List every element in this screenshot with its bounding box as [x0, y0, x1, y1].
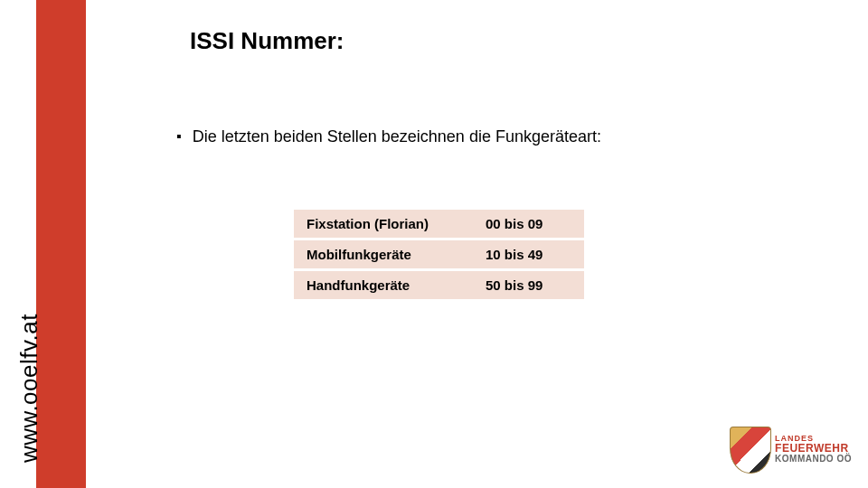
- bullet-text: Die letzten beiden Stellen bezeichnen di…: [193, 127, 601, 146]
- cell-label: Mobilfunkgeräte: [294, 239, 473, 270]
- logo-text: LANDES FEUERWEHR KOMMANDO OÖ: [775, 435, 852, 465]
- slide: www.ooelfv.at ISSI Nummer: ▪ Die letzten…: [0, 0, 868, 488]
- sidebar-url: www.ooelfv.at: [15, 314, 43, 463]
- table-row: Mobilfunkgeräte 10 bis 49: [294, 239, 584, 270]
- bullet-item: ▪ Die letzten beiden Stellen bezeichnen …: [176, 127, 601, 146]
- footer-logo: LANDES FEUERWEHR KOMMANDO OÖ: [730, 427, 852, 472]
- accent-bar: [36, 0, 86, 488]
- logo-line2: FEUERWEHR: [775, 443, 852, 455]
- bullet-icon: ▪: [176, 127, 182, 146]
- cell-label: Fixstation (Florian): [294, 210, 473, 239]
- cell-range: 00 bis 09: [473, 210, 584, 239]
- table-row: Fixstation (Florian) 00 bis 09: [294, 210, 584, 239]
- cell-range: 10 bis 49: [473, 239, 584, 270]
- logo-line3: KOMMANDO OÖ: [775, 455, 852, 465]
- page-title: ISSI Nummer:: [190, 27, 344, 55]
- table-row: Handfunkgeräte 50 bis 99: [294, 270, 584, 301]
- crest-icon: [730, 427, 769, 472]
- device-type-table: Fixstation (Florian) 00 bis 09 Mobilfunk…: [294, 210, 584, 302]
- cell-range: 50 bis 99: [473, 270, 584, 301]
- cell-label: Handfunkgeräte: [294, 270, 473, 301]
